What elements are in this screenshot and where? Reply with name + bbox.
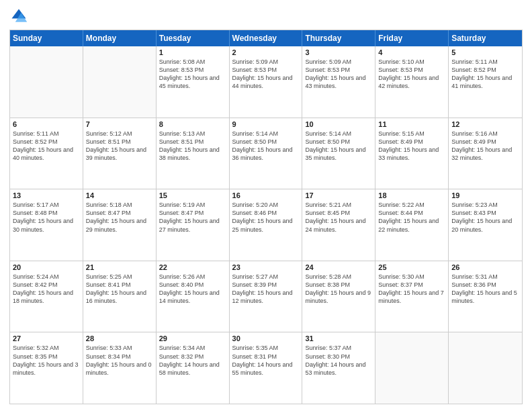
day-number: 24	[305, 263, 372, 271]
day-cell-29: 29Sunrise: 5:34 AMSunset: 8:32 PMDayligh…	[157, 332, 230, 404]
day-info: Sunrise: 5:17 AMSunset: 8:48 PMDaylight:…	[13, 201, 80, 234]
day-number: 21	[86, 263, 153, 271]
header-day-monday: Monday	[83, 30, 157, 46]
day-cell-18: 18Sunrise: 5:22 AMSunset: 8:44 PMDayligh…	[375, 189, 449, 261]
day-cell-5: 5Sunrise: 5:11 AMSunset: 8:52 PMDaylight…	[449, 46, 522, 118]
day-number: 14	[86, 191, 153, 199]
day-cell-20: 20Sunrise: 5:24 AMSunset: 8:42 PMDayligh…	[10, 261, 83, 332]
day-number: 3	[305, 48, 372, 56]
day-info: Sunrise: 5:11 AMSunset: 8:52 PMDaylight:…	[451, 58, 519, 91]
logo-icon	[9, 7, 28, 26]
day-info: Sunrise: 5:10 AMSunset: 8:53 PMDaylight:…	[378, 58, 445, 91]
day-info: Sunrise: 5:12 AMSunset: 8:51 PMDaylight:…	[86, 130, 153, 163]
day-cell-2: 2Sunrise: 5:09 AMSunset: 8:53 PMDaylight…	[230, 46, 303, 118]
day-info: Sunrise: 5:25 AMSunset: 8:41 PMDaylight:…	[86, 273, 153, 306]
day-number: 19	[451, 191, 519, 199]
day-info: Sunrise: 5:08 AMSunset: 8:53 PMDaylight:…	[159, 58, 226, 91]
logo	[9, 7, 31, 26]
header-day-friday: Friday	[375, 30, 449, 46]
day-cell-3: 3Sunrise: 5:09 AMSunset: 8:53 PMDaylight…	[302, 46, 375, 118]
day-number: 2	[232, 48, 300, 56]
day-cell-26: 26Sunrise: 5:31 AMSunset: 8:36 PMDayligh…	[449, 261, 522, 332]
day-number: 18	[378, 191, 445, 199]
day-cell-21: 21Sunrise: 5:25 AMSunset: 8:41 PMDayligh…	[83, 261, 157, 332]
day-cell-19: 19Sunrise: 5:23 AMSunset: 8:43 PMDayligh…	[449, 189, 522, 261]
day-number: 20	[13, 263, 80, 271]
day-number: 16	[232, 191, 300, 199]
calendar-week-1: 1Sunrise: 5:08 AMSunset: 8:53 PMDaylight…	[10, 46, 522, 118]
calendar-week-4: 20Sunrise: 5:24 AMSunset: 8:42 PMDayligh…	[10, 261, 522, 332]
header-day-saturday: Saturday	[449, 30, 522, 46]
day-number: 5	[451, 48, 519, 56]
day-info: Sunrise: 5:14 AMSunset: 8:50 PMDaylight:…	[305, 130, 372, 163]
day-info: Sunrise: 5:22 AMSunset: 8:44 PMDaylight:…	[378, 201, 445, 234]
day-cell-15: 15Sunrise: 5:19 AMSunset: 8:47 PMDayligh…	[157, 189, 230, 261]
day-cell-8: 8Sunrise: 5:13 AMSunset: 8:51 PMDaylight…	[157, 118, 230, 189]
day-cell-14: 14Sunrise: 5:18 AMSunset: 8:47 PMDayligh…	[83, 189, 157, 261]
day-info: Sunrise: 5:18 AMSunset: 8:47 PMDaylight:…	[86, 201, 153, 234]
day-number: 15	[159, 191, 226, 199]
day-info: Sunrise: 5:28 AMSunset: 8:38 PMDaylight:…	[305, 273, 372, 306]
day-number: 11	[378, 120, 445, 128]
empty-cell	[83, 46, 157, 118]
day-info: Sunrise: 5:14 AMSunset: 8:50 PMDaylight:…	[232, 130, 300, 163]
day-number: 26	[451, 263, 519, 271]
day-number: 25	[378, 263, 445, 271]
day-cell-11: 11Sunrise: 5:15 AMSunset: 8:49 PMDayligh…	[375, 118, 449, 189]
day-cell-7: 7Sunrise: 5:12 AMSunset: 8:51 PMDaylight…	[83, 118, 157, 189]
day-info: Sunrise: 5:23 AMSunset: 8:43 PMDaylight:…	[451, 201, 519, 234]
day-number: 27	[13, 334, 80, 342]
day-info: Sunrise: 5:37 AMSunset: 8:30 PMDaylight:…	[305, 344, 372, 377]
day-cell-24: 24Sunrise: 5:28 AMSunset: 8:38 PMDayligh…	[302, 261, 375, 332]
day-number: 28	[86, 334, 153, 342]
header-day-thursday: Thursday	[302, 30, 375, 46]
day-number: 7	[86, 120, 153, 128]
day-info: Sunrise: 5:26 AMSunset: 8:40 PMDaylight:…	[159, 273, 226, 306]
day-info: Sunrise: 5:09 AMSunset: 8:53 PMDaylight:…	[305, 58, 372, 91]
calendar-body: 1Sunrise: 5:08 AMSunset: 8:53 PMDaylight…	[10, 46, 522, 404]
day-cell-1: 1Sunrise: 5:08 AMSunset: 8:53 PMDaylight…	[157, 46, 230, 118]
page-header	[9, 7, 523, 26]
day-info: Sunrise: 5:15 AMSunset: 8:49 PMDaylight:…	[378, 130, 445, 163]
day-cell-25: 25Sunrise: 5:30 AMSunset: 8:37 PMDayligh…	[375, 261, 449, 332]
day-cell-9: 9Sunrise: 5:14 AMSunset: 8:50 PMDaylight…	[230, 118, 303, 189]
calendar-page: SundayMondayTuesdayWednesdayThursdayFrid…	[0, 0, 532, 411]
day-info: Sunrise: 5:35 AMSunset: 8:31 PMDaylight:…	[232, 344, 300, 377]
day-info: Sunrise: 5:20 AMSunset: 8:46 PMDaylight:…	[232, 201, 300, 234]
day-number: 22	[159, 263, 226, 271]
header-day-wednesday: Wednesday	[230, 30, 303, 46]
header-day-sunday: Sunday	[10, 30, 83, 46]
day-number: 4	[378, 48, 445, 56]
day-number: 23	[232, 263, 300, 271]
day-number: 9	[232, 120, 300, 128]
day-cell-10: 10Sunrise: 5:14 AMSunset: 8:50 PMDayligh…	[302, 118, 375, 189]
day-cell-17: 17Sunrise: 5:21 AMSunset: 8:45 PMDayligh…	[302, 189, 375, 261]
day-info: Sunrise: 5:34 AMSunset: 8:32 PMDaylight:…	[159, 344, 226, 377]
day-cell-23: 23Sunrise: 5:27 AMSunset: 8:39 PMDayligh…	[230, 261, 303, 332]
empty-cell	[449, 332, 522, 404]
day-number: 17	[305, 191, 372, 199]
day-number: 12	[451, 120, 519, 128]
day-cell-27: 27Sunrise: 5:32 AMSunset: 8:35 PMDayligh…	[10, 332, 83, 404]
day-info: Sunrise: 5:19 AMSunset: 8:47 PMDaylight:…	[159, 201, 226, 234]
day-cell-31: 31Sunrise: 5:37 AMSunset: 8:30 PMDayligh…	[302, 332, 375, 404]
day-cell-12: 12Sunrise: 5:16 AMSunset: 8:49 PMDayligh…	[449, 118, 522, 189]
empty-cell	[375, 332, 449, 404]
day-info: Sunrise: 5:32 AMSunset: 8:35 PMDaylight:…	[13, 344, 80, 377]
calendar-header: SundayMondayTuesdayWednesdayThursdayFrid…	[10, 30, 522, 46]
day-cell-13: 13Sunrise: 5:17 AMSunset: 8:48 PMDayligh…	[10, 189, 83, 261]
day-number: 6	[13, 120, 80, 128]
day-info: Sunrise: 5:09 AMSunset: 8:53 PMDaylight:…	[232, 58, 300, 91]
day-info: Sunrise: 5:16 AMSunset: 8:49 PMDaylight:…	[451, 130, 519, 163]
day-info: Sunrise: 5:31 AMSunset: 8:36 PMDaylight:…	[451, 273, 519, 306]
day-info: Sunrise: 5:33 AMSunset: 8:34 PMDaylight:…	[86, 344, 153, 377]
day-info: Sunrise: 5:11 AMSunset: 8:52 PMDaylight:…	[13, 130, 80, 163]
day-cell-30: 30Sunrise: 5:35 AMSunset: 8:31 PMDayligh…	[230, 332, 303, 404]
day-number: 30	[232, 334, 300, 342]
day-info: Sunrise: 5:24 AMSunset: 8:42 PMDaylight:…	[13, 273, 80, 306]
day-info: Sunrise: 5:30 AMSunset: 8:37 PMDaylight:…	[378, 273, 445, 306]
day-cell-28: 28Sunrise: 5:33 AMSunset: 8:34 PMDayligh…	[83, 332, 157, 404]
day-cell-6: 6Sunrise: 5:11 AMSunset: 8:52 PMDaylight…	[10, 118, 83, 189]
header-day-tuesday: Tuesday	[157, 30, 230, 46]
day-number: 31	[305, 334, 372, 342]
